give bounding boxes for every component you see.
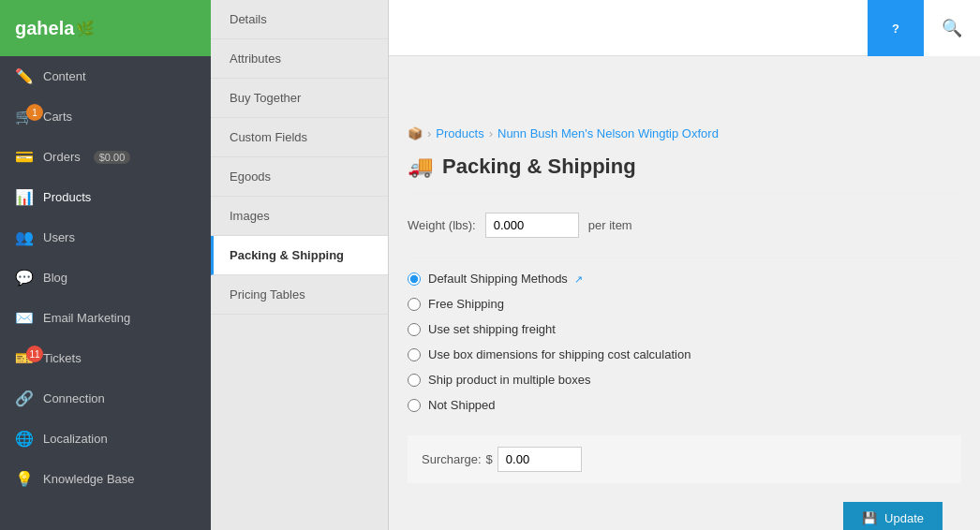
- surcharge-label: Surcharge:: [422, 452, 482, 466]
- sub-item-custom-fields[interactable]: Custom Fields: [211, 118, 388, 157]
- surcharge-row: Surcharge: $: [408, 435, 961, 483]
- sub-sidebar: Details Attributes Buy Together Custom F…: [211, 0, 389, 530]
- sidebar-item-carts[interactable]: 🛒 1 Carts: [0, 96, 211, 137]
- users-icon: 👥: [15, 228, 34, 246]
- email-icon: ✉️: [15, 309, 34, 327]
- sidebar: gahela 🌿 ✏️ Content 🛒 1 Carts 💳 Orders $…: [0, 0, 211, 530]
- radio-not-shipped[interactable]: Not Shipped: [408, 398, 961, 412]
- content-area: 📦 › Products › Nunn Bush Men's Nelson Wi…: [389, 112, 980, 530]
- sidebar-label-knowledge-base: Knowledge Base: [43, 472, 135, 486]
- update-button[interactable]: 💾 Update: [843, 502, 943, 530]
- radio-free-input[interactable]: [408, 298, 421, 311]
- search-icon: 🔍: [942, 18, 962, 38]
- surcharge-input[interactable]: [497, 447, 582, 472]
- sub-item-buy-together[interactable]: Buy Together: [211, 79, 388, 118]
- breadcrumb-products[interactable]: Products: [436, 126, 483, 140]
- sub-item-pricing-tables[interactable]: Pricing Tables: [211, 275, 388, 315]
- radio-default-input[interactable]: [408, 272, 421, 286]
- sidebar-item-connection[interactable]: 🔗 Connection: [0, 378, 211, 419]
- sidebar-label-users: Users: [43, 230, 75, 244]
- top-bar: ? 🔍: [389, 0, 980, 56]
- carts-badge: 1: [26, 104, 43, 121]
- sub-item-attributes[interactable]: Attributes: [211, 39, 388, 79]
- sidebar-label-localization: Localization: [43, 432, 108, 446]
- radio-multiple-input[interactable]: [408, 374, 421, 387]
- radio-box-dimensions[interactable]: Use box dimensions for shipping cost cal…: [408, 347, 961, 361]
- radio-default-shipping[interactable]: Default Shipping Methods ↗: [408, 272, 961, 286]
- radio-box-input[interactable]: [408, 348, 421, 361]
- radio-default-label: Default Shipping Methods ↗: [428, 272, 583, 286]
- sidebar-item-knowledge-base[interactable]: 💡 Knowledge Base: [0, 459, 211, 499]
- sidebar-label-products: Products: [43, 190, 91, 204]
- sub-item-details[interactable]: Details: [211, 0, 388, 39]
- radio-not-shipped-label: Not Shipped: [428, 398, 496, 412]
- sidebar-item-users[interactable]: 👥 Users: [0, 217, 211, 258]
- knowledge-base-icon: 💡: [15, 470, 34, 488]
- sidebar-label-carts: Carts: [43, 110, 72, 124]
- external-link-icon: ↗: [574, 273, 583, 285]
- page-header: 🚚 Packing & Shipping: [408, 155, 961, 194]
- radio-multiple-boxes[interactable]: Ship product in multiple boxes: [408, 373, 961, 387]
- sub-item-egoods[interactable]: Egoods: [211, 157, 388, 197]
- sidebar-label-email: Email Marketing: [43, 311, 130, 325]
- sub-item-packing-shipping[interactable]: Packing & Shipping: [211, 236, 388, 275]
- radio-freight-label: Use set shipping freight: [428, 322, 556, 336]
- sidebar-label-content: Content: [43, 69, 86, 83]
- radio-box-label: Use box dimensions for shipping cost cal…: [428, 347, 690, 361]
- sidebar-item-content[interactable]: ✏️ Content: [0, 56, 211, 96]
- save-icon: 💾: [862, 511, 877, 525]
- sidebar-item-blog[interactable]: 💬 Blog: [0, 258, 211, 298]
- sidebar-item-localization[interactable]: 🌐 Localization: [0, 419, 211, 459]
- breadcrumb-sep: ›: [427, 126, 431, 140]
- help-button[interactable]: ?: [868, 0, 924, 56]
- breadcrumb-product-name: Nunn Bush Men's Nelson Wingtip Oxford: [497, 126, 719, 140]
- app-layout: gahela 🌿 ✏️ Content 🛒 1 Carts 💳 Orders $…: [0, 0, 980, 530]
- sidebar-item-tickets[interactable]: 🎫 11 Tickets: [0, 338, 211, 378]
- breadcrumb-icon: 📦: [408, 126, 423, 140]
- radio-multiple-label: Ship product in multiple boxes: [428, 373, 590, 387]
- truck-icon: 🚚: [408, 155, 433, 179]
- logo[interactable]: gahela 🌿: [0, 0, 211, 56]
- weight-suffix: per item: [588, 218, 632, 232]
- breadcrumb: 📦 › Products › Nunn Bush Men's Nelson Wi…: [408, 126, 961, 140]
- radio-freight-input[interactable]: [408, 323, 421, 336]
- radio-freight[interactable]: Use set shipping freight: [408, 322, 961, 336]
- orders-badge-label: $0.00: [94, 151, 131, 164]
- radio-free-label: Free Shipping: [428, 297, 504, 311]
- orders-icon: 💳: [15, 148, 34, 166]
- shipping-options: Default Shipping Methods ↗ Free Shipping…: [408, 272, 961, 412]
- brand-name: gahela: [15, 18, 74, 39]
- divider: [408, 257, 961, 258]
- blog-icon: 💬: [15, 269, 34, 287]
- localization-icon: 🌐: [15, 430, 34, 448]
- brand-leaf: 🌿: [76, 20, 95, 37]
- weight-input[interactable]: [485, 213, 579, 238]
- weight-label: Weight (lbs):: [408, 218, 476, 232]
- currency-symbol: $: [486, 452, 493, 466]
- weight-row: Weight (lbs): per item: [408, 213, 961, 238]
- action-row: 💾 Update: [408, 502, 961, 530]
- sub-item-images[interactable]: Images: [211, 197, 388, 236]
- sidebar-label-orders: Orders: [43, 150, 81, 164]
- sidebar-item-orders[interactable]: 💳 Orders $0.00: [0, 137, 211, 177]
- sidebar-label-blog: Blog: [43, 271, 67, 285]
- radio-not-shipped-input[interactable]: [408, 399, 421, 412]
- search-button[interactable]: 🔍: [924, 0, 980, 56]
- connection-icon: 🔗: [15, 390, 34, 407]
- main-section: ? 🔍 📦 › Products › Nunn Bush Men's Nelso…: [389, 0, 980, 530]
- content-icon: ✏️: [15, 67, 34, 85]
- breadcrumb-sep2: ›: [489, 126, 493, 140]
- page-title: Packing & Shipping: [442, 155, 636, 179]
- tickets-badge: 11: [26, 346, 43, 362]
- sidebar-item-email-marketing[interactable]: ✉️ Email Marketing: [0, 298, 211, 338]
- sidebar-label-tickets: Tickets: [43, 351, 82, 365]
- sidebar-label-connection: Connection: [43, 391, 105, 405]
- products-icon: 📊: [15, 188, 34, 206]
- sidebar-item-products[interactable]: 📊 Products: [0, 177, 211, 217]
- radio-free-shipping[interactable]: Free Shipping: [408, 297, 961, 311]
